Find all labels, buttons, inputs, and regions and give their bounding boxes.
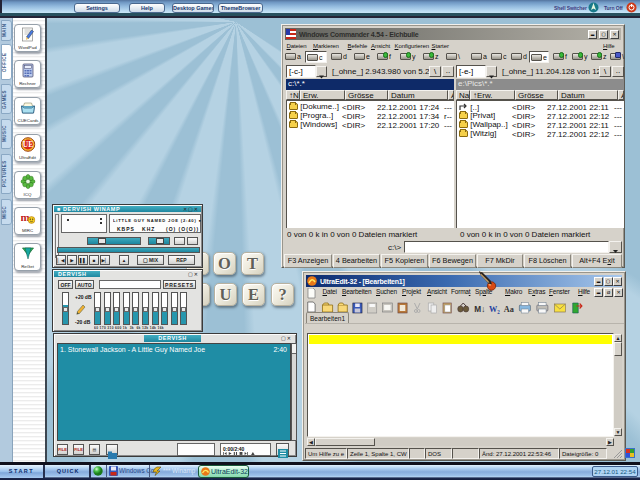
svg-text:Aa: Aa	[504, 304, 515, 314]
svg-text:W₂: W₂	[489, 304, 500, 314]
svg-text:M↓: M↓	[474, 304, 485, 314]
svg-text:UE: UE	[22, 140, 32, 149]
